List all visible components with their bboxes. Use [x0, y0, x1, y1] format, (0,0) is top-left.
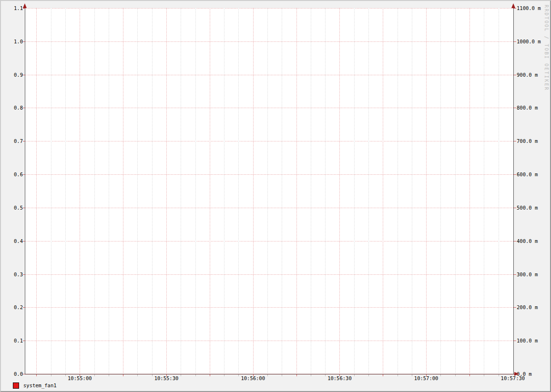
grid-line-vertical-minor [354, 8, 355, 374]
y-axis-label-right: 1000.0 m [517, 39, 541, 44]
grid-line-vertical-major [80, 8, 80, 374]
y-axis-label-right: 800.0 m [517, 105, 538, 111]
grid-line-vertical-major [123, 8, 123, 374]
grid-line-vertical-minor [137, 8, 138, 374]
x-axis-label: 10:56:30 [327, 375, 352, 381]
y-axis-label-left: 1.1 [1, 5, 23, 11]
grid-line-vertical-minor [267, 8, 268, 374]
grid-line-horizontal-major [25, 75, 513, 75]
grid-line-vertical-major [253, 8, 254, 374]
y-axis-tick-right [514, 108, 516, 108]
watermark-text: RRDTOOL / TOBI OETIKER [544, 5, 549, 91]
y-axis-tick-right [514, 208, 516, 208]
y-axis-label-left: 0.5 [1, 205, 23, 211]
grid-line-vertical-minor [412, 8, 412, 374]
x-axis-tick [238, 374, 239, 376]
x-axis-tick [181, 374, 181, 376]
y-axis-label-right: 700.0 m [517, 138, 538, 144]
x-axis-tick [109, 374, 109, 376]
grid-line-horizontal-major [25, 174, 513, 175]
y-axis-label-left: 0.4 [1, 238, 23, 244]
y-axis-tick-right [514, 41, 516, 42]
y-axis-label-right: 500.0 m [517, 205, 538, 211]
grid-line-horizontal-major [25, 41, 513, 42]
grid-line-vertical-minor [440, 8, 441, 374]
y-axis-label-left: 1.0 [1, 39, 23, 44]
grid-line-horizontal-major [25, 341, 513, 341]
x-axis-tick [398, 374, 398, 376]
grid-line-vertical-minor [152, 8, 153, 374]
x-axis-tick [440, 374, 441, 376]
y-axis-label-right: 600.0 m [517, 171, 538, 177]
legend: system_fan1 [13, 382, 57, 389]
grid-line-vertical-major [210, 8, 210, 374]
x-axis-tick [469, 374, 470, 376]
y-axis-label-right: 900.0 m [517, 72, 538, 78]
legend-series-label: system_fan1 [23, 382, 57, 389]
x-axis-tick [282, 374, 282, 376]
grid-line-vertical-minor [282, 8, 282, 374]
grid-line-vertical-minor [51, 8, 51, 374]
x-axis-tick [368, 374, 369, 376]
y-axis-label-left: 0.7 [1, 138, 23, 144]
y-axis-label-left: 0.6 [1, 171, 23, 177]
x-axis-tick [210, 374, 210, 376]
x-axis-tick [455, 374, 456, 376]
x-axis-tick [499, 374, 499, 376]
y-axis-tick-right [514, 307, 516, 308]
y-axis-tick-right [514, 174, 516, 175]
grid-line-vertical-minor [455, 8, 456, 374]
y-axis-label-left: 0.9 [1, 72, 23, 78]
x-axis-tick [94, 374, 95, 376]
grid-line-horizontal-major [25, 141, 513, 141]
y-axis-tick-right [514, 341, 516, 341]
y-axis-tick-right [514, 241, 516, 241]
x-axis-tick [137, 374, 138, 376]
rrdtool-graph: RRDTOOL / TOBI OETIKER system_fan1 0.00.… [0, 0, 551, 392]
grid-line-vertical-major [426, 8, 427, 374]
x-axis-tick [65, 374, 66, 376]
grid-line-vertical-minor [94, 8, 95, 374]
grid-line-horizontal-major [25, 307, 513, 308]
y-axis-label-right: 100.0 m [517, 338, 538, 343]
x-axis-tick [296, 374, 297, 376]
grid-line-horizontal-major [25, 241, 513, 241]
x-axis-tick [224, 374, 224, 376]
grid-line-vertical-major [383, 8, 383, 374]
grid-line-vertical-minor [398, 8, 398, 374]
legend-color-swatch [13, 382, 19, 389]
y-axis-label-left: 0.1 [1, 338, 23, 343]
y-axis-tick-right [514, 274, 516, 275]
x-axis-label: 10:55:30 [154, 375, 179, 381]
x-axis-arrow-icon [514, 372, 519, 376]
grid-line-vertical-major [339, 8, 340, 374]
y-axis-tick-right [514, 141, 516, 141]
grid-line-vertical-minor [65, 8, 66, 374]
grid-line-vertical-minor [238, 8, 239, 374]
y-axis-right [513, 6, 514, 374]
grid-line-vertical-minor [368, 8, 369, 374]
grid-line-vertical-major [469, 8, 470, 374]
grid-line-vertical-minor [195, 8, 196, 374]
x-axis-tick [412, 374, 412, 376]
y-axis-label-left: 0.8 [1, 105, 23, 111]
y-axis-label-left: 0.3 [1, 271, 23, 277]
x-axis-tick [123, 374, 123, 376]
x-axis-tick [195, 374, 196, 376]
y-axis-label-right: 300.0 m [517, 271, 538, 277]
x-axis-tick [51, 374, 51, 376]
x-axis-label: 10:57:00 [414, 375, 439, 381]
y-axis-label-right: 1100.0 m [517, 5, 541, 11]
y-axis-label-left: 0.2 [1, 304, 23, 310]
y-axis-label-right: 200.0 m [517, 304, 538, 310]
y-axis-label-left: 0.0 [1, 371, 23, 377]
y-axis-arrow-right-icon [511, 3, 515, 8]
x-axis [25, 374, 516, 374]
grid-line-vertical-minor [224, 8, 224, 374]
plot-area [25, 8, 513, 374]
grid-line-vertical-minor [325, 8, 326, 374]
x-axis-tick [325, 374, 326, 376]
x-axis-tick [484, 374, 484, 376]
grid-line-horizontal-major [25, 108, 513, 108]
x-axis-tick [152, 374, 153, 376]
